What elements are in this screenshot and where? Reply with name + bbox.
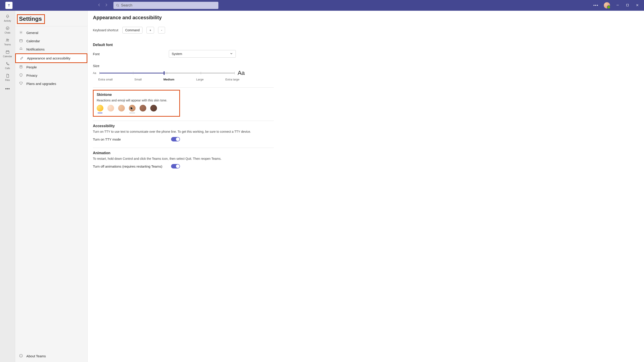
window-close-icon[interactable] xyxy=(635,3,640,7)
animation-title: Animation xyxy=(93,151,274,155)
file-icon xyxy=(1,74,14,79)
gear-icon xyxy=(19,30,23,35)
tty-toggle[interactable] xyxy=(171,137,180,141)
svg-rect-1 xyxy=(626,4,628,6)
shield-icon xyxy=(19,73,23,78)
skintone-option-3[interactable] xyxy=(118,105,125,112)
window-minimize-icon[interactable] xyxy=(616,3,620,7)
settings-sidebar: Settings General Calendar Notifications xyxy=(15,11,88,362)
settings-item-privacy[interactable]: Privacy xyxy=(15,71,87,80)
accessibility-desc: Turn on TTY to use text to communicate o… xyxy=(93,130,274,133)
rail-item-calls[interactable]: Calls xyxy=(1,60,14,71)
size-max-icon: Aa xyxy=(238,70,245,76)
rail-item-activity[interactable]: Activity xyxy=(1,13,14,24)
svg-point-4 xyxy=(8,39,9,40)
rail-item-calendar[interactable]: Calendar xyxy=(1,49,14,59)
about-teams-link[interactable]: About Teams xyxy=(15,350,87,362)
more-icon[interactable]: ••• xyxy=(593,3,598,7)
window-maximize-icon[interactable] xyxy=(625,3,630,7)
tty-toggle-label: Turn on TTY mode xyxy=(93,137,121,141)
rail-item-teams[interactable]: Teams xyxy=(1,37,14,47)
chevron-down-icon xyxy=(230,52,233,56)
skintone-option-6[interactable] xyxy=(150,105,157,112)
keyboard-shortcut-label: Keyboard shortcut xyxy=(93,28,118,32)
titlebar: T Search ••• xyxy=(0,0,644,11)
avatar[interactable] xyxy=(604,2,610,9)
settings-item-calendar[interactable]: Calendar xyxy=(15,37,87,45)
people-icon xyxy=(19,65,23,70)
skintone-desc: Reactions and emoji will appear with thi… xyxy=(97,99,176,102)
content-heading: Appearance and accessibility xyxy=(93,15,635,21)
skintone-section: Skintone Reactions and emoji will appear… xyxy=(93,90,180,117)
svg-point-9 xyxy=(20,66,22,67)
default-font-title: Default font xyxy=(93,43,274,47)
settings-item-appearance[interactable]: Appearance and accessibility xyxy=(15,53,87,63)
settings-item-plans[interactable]: Plans and upgrades xyxy=(15,80,87,88)
calendar-icon xyxy=(1,50,14,55)
font-label: Font xyxy=(93,52,100,56)
size-mark-xs: Extra small xyxy=(98,78,112,81)
font-select[interactable]: System xyxy=(169,50,236,58)
phone-icon xyxy=(1,62,14,67)
search-placeholder: Search xyxy=(121,3,132,7)
size-mark-l: Large xyxy=(196,78,204,81)
cursor-icon xyxy=(130,106,134,111)
bell-icon xyxy=(19,47,23,52)
teams-icon xyxy=(1,38,14,43)
svg-point-0 xyxy=(116,4,118,6)
kbd-command: Command xyxy=(122,27,143,34)
size-label: Size xyxy=(93,64,245,68)
svg-point-6 xyxy=(20,32,22,33)
calendar-icon xyxy=(19,39,23,43)
size-mark-s: Small xyxy=(134,78,142,81)
teams-logo-icon: T xyxy=(5,2,12,9)
settings-item-notifications[interactable]: Notifications xyxy=(15,45,87,53)
size-min-icon: Aa xyxy=(93,72,96,75)
info-icon xyxy=(19,354,23,358)
chat-icon xyxy=(1,26,14,32)
svg-point-3 xyxy=(6,39,8,40)
settings-item-people[interactable]: People xyxy=(15,63,87,71)
settings-item-general[interactable]: General xyxy=(15,29,87,37)
kbd-minus: - xyxy=(158,27,165,34)
accessibility-title: Accessibility xyxy=(93,124,274,128)
nav-forward-icon[interactable] xyxy=(104,3,108,8)
rail-item-chats[interactable]: Chats xyxy=(1,25,14,35)
skintone-option-5[interactable] xyxy=(140,105,146,112)
size-mark-xl: Extra large xyxy=(225,78,240,81)
animation-toggle-label: Turn off animations (requires restarting… xyxy=(93,164,162,168)
bell-icon xyxy=(1,14,14,20)
page-title: Settings xyxy=(17,14,45,24)
skintone-title: Skintone xyxy=(97,93,176,97)
nav-back-icon[interactable] xyxy=(97,3,101,8)
size-mark-m: Medium xyxy=(164,78,174,81)
rail-more-icon[interactable]: ••• xyxy=(5,86,10,91)
skintone-option-2[interactable] xyxy=(108,105,114,112)
skintone-option-1[interactable] xyxy=(97,105,104,112)
content: Appearance and accessibility Keyboard sh… xyxy=(88,11,644,362)
appearance-icon xyxy=(20,56,24,61)
diamond-icon xyxy=(19,81,23,86)
svg-rect-5 xyxy=(6,51,9,54)
kbd-plus: + xyxy=(146,27,154,34)
animation-desc: To restart, hold down Control and click … xyxy=(93,157,274,160)
animation-toggle[interactable] xyxy=(171,164,180,168)
svg-rect-7 xyxy=(20,40,22,42)
font-select-value: System xyxy=(172,52,182,56)
rail-item-files[interactable]: Files xyxy=(1,72,14,83)
search-input[interactable]: Search xyxy=(114,2,218,9)
app-rail: Activity Chats Teams Calendar Calls xyxy=(0,11,15,362)
size-slider[interactable] xyxy=(99,73,235,74)
